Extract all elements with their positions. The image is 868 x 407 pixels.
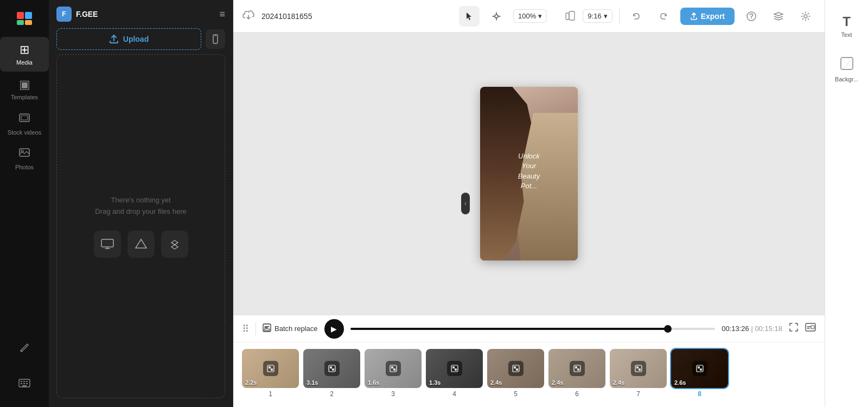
sidebar-item-media[interactable]: ⊞ Media (0, 37, 49, 72)
clip-number-3: 3 (391, 390, 395, 398)
menu-icon[interactable]: ≡ (219, 9, 225, 20)
svg-rect-37 (393, 368, 395, 371)
canvas-overlay-text: UnlockYourBeautyPot... (518, 151, 540, 191)
sidebar-item-label-templates: Templates (11, 94, 38, 100)
timeline-clip-6[interactable]: 2.4s 6 (548, 349, 605, 398)
svg-rect-15 (22, 385, 27, 386)
drop-text-line2: Drag and drop your files here (95, 206, 186, 218)
collapse-panel-handle[interactable]: ‹ (461, 193, 470, 214)
svg-rect-41 (513, 365, 519, 372)
clip-thumb-7[interactable]: 2.4s (610, 349, 667, 388)
right-panel-text[interactable]: T Text (828, 7, 866, 46)
svg-rect-51 (698, 366, 700, 368)
fullscreen-button[interactable] (789, 322, 799, 335)
select-tool-button[interactable] (459, 6, 480, 27)
clip-replace-icon-4 (447, 361, 462, 376)
svg-point-23 (751, 18, 752, 19)
timeline-clip-7[interactable]: 2.4s 7 (610, 349, 667, 398)
svg-rect-11 (26, 381, 28, 382)
play-button[interactable]: ▶ (324, 319, 344, 339)
undo-button[interactable] (626, 6, 647, 27)
clip-thumb-4[interactable]: 1.3s (426, 349, 483, 388)
upload-button[interactable]: Upload (56, 28, 201, 50)
progress-bar[interactable] (350, 328, 716, 330)
clip-replace-icon-1 (263, 361, 278, 376)
svg-rect-10 (23, 381, 25, 382)
svg-rect-48 (636, 366, 639, 368)
svg-rect-9 (21, 381, 22, 382)
right-panel-background[interactable]: Backgr... (828, 50, 866, 89)
redo-button[interactable] (653, 6, 674, 27)
canvas-preview: UnlockYourBeautyPot... (480, 87, 578, 260)
clip-thumb-2[interactable]: 3.1s (303, 349, 360, 388)
layers-button[interactable] (768, 6, 789, 27)
icon-bar-bottom (0, 332, 49, 407)
clip-replace-icon-2 (324, 361, 340, 376)
background-tool-icon (840, 56, 854, 74)
upload-label: Upload (123, 35, 149, 43)
drop-area-text: There's nothing yet Drag and drop your f… (95, 195, 186, 218)
drive-upload-button[interactable] (127, 231, 155, 258)
svg-rect-42 (514, 366, 516, 368)
computer-upload-button[interactable] (94, 231, 121, 258)
clip-thumb-3[interactable]: 1.6s (365, 349, 422, 388)
text-tool-icon: T (843, 14, 851, 29)
sidebar-item-label-photos: Photos (15, 164, 34, 170)
timeline-clip-4[interactable]: 1.3s 4 (426, 349, 483, 398)
sidebar-item-templates[interactable]: ▣ Templates (0, 72, 49, 106)
captions-button[interactable] (805, 323, 816, 334)
timeline-clip-5[interactable]: 2.4s 5 (487, 349, 544, 398)
export-button[interactable]: Export (680, 8, 735, 25)
drag-handle-icon[interactable]: ⠿ (242, 323, 249, 335)
sidebar-item-keyboard[interactable] (0, 367, 49, 402)
templates-icon: ▣ (19, 78, 30, 92)
svg-rect-31 (271, 368, 273, 371)
timeline-area: 2.2s 1 3.1s 2 (233, 342, 825, 407)
clip-thumb-6[interactable]: 2.4s (548, 349, 605, 388)
clip-thumb-8[interactable]: 2.6s (671, 349, 728, 388)
clip-thumb-1[interactable]: 2.2s (242, 349, 299, 388)
timeline-clip-2[interactable]: 3.1s 2 (303, 349, 360, 398)
svg-rect-17 (215, 36, 216, 36)
sidebar-item-stock[interactable]: Stock videos (0, 106, 49, 141)
svg-rect-3 (25, 20, 32, 25)
sidebar-item-photos[interactable]: Photos (0, 141, 49, 176)
progress-handle[interactable] (664, 325, 672, 333)
svg-rect-26 (264, 329, 270, 330)
timeline-clip-1[interactable]: 2.2s 1 (242, 349, 299, 398)
clip-duration-7: 2.4s (613, 379, 624, 386)
app-logo[interactable] (12, 5, 36, 29)
dropbox-upload-button[interactable] (161, 231, 188, 258)
svg-point-24 (804, 15, 807, 18)
zoom-select[interactable]: 100% ▾ (513, 9, 547, 23)
batch-replace-button[interactable]: Batch replace (263, 323, 318, 334)
svg-rect-45 (575, 366, 577, 368)
batch-replace-icon (263, 323, 271, 334)
aspect-ratio-select[interactable]: 9:16 ▾ (583, 9, 612, 23)
clip-duration-2: 3.1s (307, 379, 318, 386)
phone-button[interactable] (206, 29, 225, 49)
clip-number-2: 2 (330, 390, 334, 398)
pan-tool-button[interactable] (486, 6, 507, 27)
sidebar-item-edit[interactable] (0, 332, 49, 367)
project-name: F.GEE (76, 10, 215, 18)
time-display: 00:13:26 | 00:15:18 (722, 325, 782, 333)
keyboard-icon (18, 377, 30, 391)
right-panel-text-label: Text (841, 31, 852, 38)
timeline-clip-3[interactable]: 1.6s 3 (365, 349, 422, 398)
help-button[interactable] (741, 6, 762, 27)
clip-number-1: 1 (269, 390, 272, 398)
svg-rect-40 (455, 368, 457, 371)
svg-rect-32 (329, 365, 335, 372)
settings-button[interactable] (795, 6, 816, 27)
photos-icon (18, 147, 30, 162)
drop-area: There's nothing yet Drag and drop your f… (56, 54, 225, 398)
timeline-clip-8[interactable]: 2.6s 8 (671, 349, 728, 398)
clip-duration-1: 2.2s (245, 379, 257, 386)
canvas-area: UnlockYourBeautyPot... (233, 33, 825, 315)
clip-thumb-5[interactable]: 2.4s (487, 349, 544, 388)
svg-rect-33 (330, 366, 332, 368)
svg-rect-49 (639, 368, 641, 371)
clip-replace-icon-6 (570, 361, 585, 376)
clip-duration-8: 2.6s (674, 379, 686, 386)
